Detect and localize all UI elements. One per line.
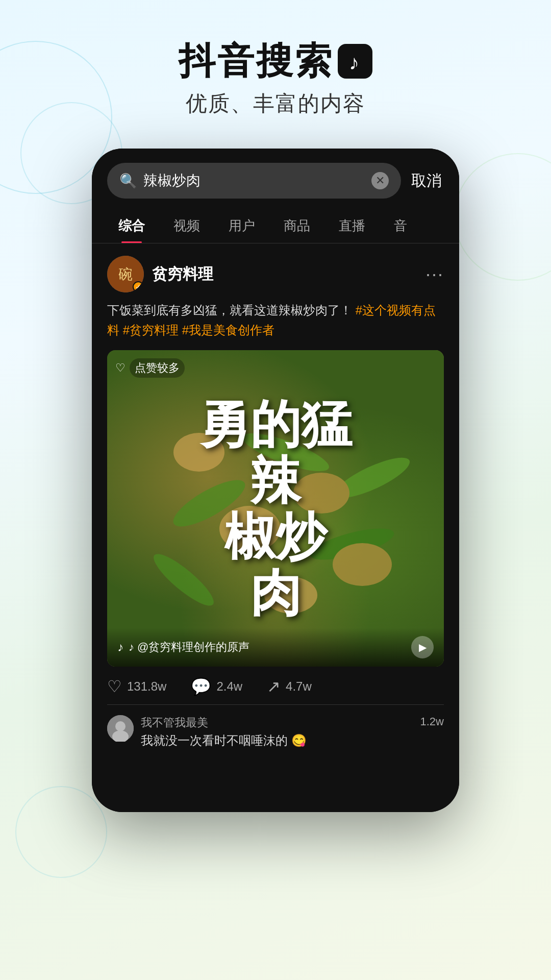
account-name[interactable]: 贫穷料理	[152, 264, 213, 285]
comment-icon: 💬	[191, 677, 211, 696]
svg-point-15	[115, 721, 126, 731]
video-card[interactable]: ♡ 点赞较多	[107, 350, 444, 667]
tab-product[interactable]: 商品	[269, 209, 324, 243]
account-info: 碗 ✓ 贫穷料理	[107, 256, 213, 292]
shares-value: 4.7w	[286, 679, 312, 694]
comment-text: 我就没一次看时不咽唾沫的 😋	[141, 732, 413, 749]
likes-count[interactable]: ♡ 131.8w	[107, 677, 166, 696]
music-note-icon: ♪	[117, 640, 123, 654]
hashtag-2[interactable]: #贫穷料理	[123, 323, 179, 337]
tabs-row: 综合 视频 用户 商品 直播 音	[92, 209, 459, 243]
post-description: 下饭菜到底有多凶猛，就看这道辣椒炒肉了！ #这个视频有点料 #贫穷料理 #我是美…	[107, 301, 444, 340]
video-overlay-text: 勇的猛辣椒炒肉	[107, 350, 444, 667]
play-button[interactable]: ▶	[411, 636, 434, 658]
title-text: 抖音搜索	[179, 41, 334, 81]
shares-count[interactable]: ↗ 4.7w	[267, 677, 312, 696]
app-title: 抖音搜索 ♪	[0, 41, 551, 81]
search-clear-button[interactable]: ✕	[371, 172, 389, 189]
badge-text: 点赞较多	[130, 358, 185, 378]
account-row: 碗 ✓ 贫穷料理 ···	[107, 256, 444, 292]
likes-value: 131.8w	[127, 679, 166, 694]
music-text: ♪ @贫穷料理创作的原声	[129, 640, 249, 655]
comment-likes: 1.2w	[420, 715, 444, 728]
tab-video[interactable]: 视频	[159, 209, 214, 243]
tab-audio[interactable]: 音	[380, 209, 421, 243]
phone-mockup: 🔍 辣椒炒肉 ✕ 取消 综合 视频 用户 商品	[92, 149, 459, 812]
avatar[interactable]: 碗 ✓	[107, 256, 144, 292]
share-icon: ↗	[267, 677, 281, 696]
hashtag-3[interactable]: #我是美食创作者	[182, 323, 274, 337]
comment-content: 我不管我最美 我就没一次看时不咽唾沫的 😋	[141, 715, 413, 749]
svg-text:♪: ♪	[349, 51, 361, 74]
video-title-text: 勇的猛辣椒炒肉	[189, 386, 362, 631]
comment-row: 我不管我最美 我就没一次看时不咽唾沫的 😋 1.2w	[107, 704, 444, 749]
comment-avatar	[107, 715, 134, 742]
search-input-wrap[interactable]: 🔍 辣椒炒肉 ✕	[107, 163, 401, 199]
video-bottom-bar: ♪ ♪ @贫穷料理创作的原声 ▶	[107, 628, 444, 667]
desc-main-text: 下饭菜到底有多凶猛，就看这道辣椒炒肉了！	[107, 303, 352, 317]
content-area: 碗 ✓ 贫穷料理 ··· 下饭菜到底有多凶猛，就看这道辣椒炒肉了！ #这个视频有…	[92, 243, 459, 749]
like-icon: ♡	[107, 677, 122, 696]
search-query: 辣椒炒肉	[143, 171, 365, 190]
phone-screen: 🔍 辣椒炒肉 ✕ 取消 综合 视频 用户 商品	[92, 149, 459, 812]
search-cancel-button[interactable]: 取消	[409, 166, 444, 195]
music-row: ♪ ♪ @贫穷料理创作的原声	[117, 640, 249, 655]
video-top-badge: ♡ 点赞较多	[115, 358, 185, 378]
heart-icon: ♡	[115, 361, 126, 375]
top-header: 抖音搜索 ♪ 优质、丰富的内容	[0, 0, 551, 138]
verified-badge: ✓	[133, 281, 144, 292]
comments-count[interactable]: 💬 2.4w	[191, 677, 242, 696]
comment-username: 我不管我最美	[141, 715, 413, 730]
search-area: 🔍 辣椒炒肉 ✕ 取消	[92, 149, 459, 209]
tab-comprehensive[interactable]: 综合	[104, 209, 159, 243]
search-icon: 🔍	[119, 173, 137, 189]
comments-value: 2.4w	[216, 679, 242, 694]
phone-mockup-wrapper: 🔍 辣椒炒肉 ✕ 取消 综合 视频 用户 商品	[0, 149, 551, 812]
tab-live[interactable]: 直播	[324, 209, 380, 243]
engagement-row: ♡ 131.8w 💬 2.4w ↗ 4.7w	[107, 667, 444, 696]
video-thumbnail[interactable]: 勇的猛辣椒炒肉 ♪ ♪ @贫穷料理创作的原声 ▶	[107, 350, 444, 667]
comment-item: 我不管我最美 我就没一次看时不咽唾沫的 😋 1.2w	[107, 715, 444, 749]
tab-user[interactable]: 用户	[214, 209, 269, 243]
more-options-button[interactable]: ···	[425, 263, 444, 285]
svg-text:碗: 碗	[118, 266, 133, 282]
tiktok-logo-icon: ♪	[338, 44, 372, 79]
app-subtitle: 优质、丰富的内容	[0, 89, 551, 118]
